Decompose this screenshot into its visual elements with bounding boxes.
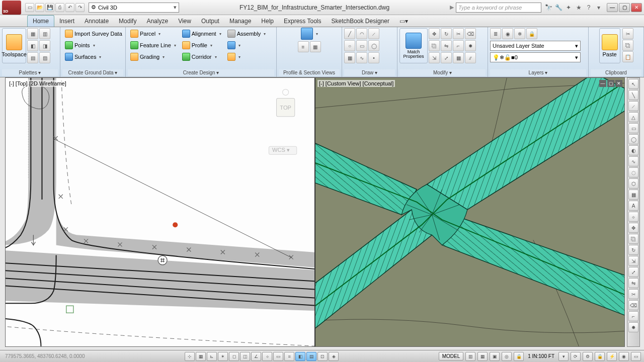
assembly-button[interactable]: Assembly — [225, 28, 269, 39]
ellipse-icon[interactable]: ◯ — [368, 40, 379, 51]
sample-lines-icon[interactable]: ≡ — [298, 41, 309, 52]
palette-icon[interactable]: ◧ — [27, 40, 38, 51]
paste-special-icon[interactable]: 📋 — [622, 51, 633, 62]
search-input[interactable]: Type a keyword or phrase — [456, 3, 541, 13]
hatch-icon[interactable]: ▦ — [344, 52, 355, 63]
tool-icon[interactable]: ✂ — [628, 289, 638, 299]
star-icon[interactable]: ★ — [575, 4, 583, 12]
tool-icon[interactable]: ⟋ — [628, 101, 638, 111]
tab-sketchbook[interactable]: SketchBook Designer — [327, 16, 394, 27]
clean-screen-icon[interactable]: ▭ — [631, 352, 641, 361]
tool-icon[interactable]: ↻ — [628, 245, 638, 255]
palette-icon[interactable]: ◨ — [39, 40, 50, 51]
anno-vis-icon[interactable]: ▾ — [558, 352, 569, 361]
snap-icon[interactable]: ⊹ — [185, 352, 195, 361]
new-icon[interactable]: ▭ — [25, 3, 34, 12]
osnap-icon[interactable]: ◻ — [229, 352, 239, 361]
layer-prop-icon[interactable]: ≣ — [490, 28, 501, 39]
section-view-icon[interactable]: ▦ — [310, 41, 321, 52]
annotation-scale[interactable]: 1 IN:100 FT — [526, 353, 556, 359]
tab-manage[interactable]: Manage — [224, 16, 256, 27]
trim-icon[interactable]: ✂ — [453, 28, 464, 39]
toolspace-button[interactable]: Toolspace — [2, 28, 26, 63]
palette-icon[interactable]: ▨ — [39, 52, 50, 63]
pipe-network-button[interactable] — [225, 40, 269, 51]
scale-icon[interactable]: ⤢ — [441, 52, 452, 63]
tool-icon[interactable]: ▭ — [628, 123, 638, 133]
tab-modify[interactable]: Modify — [114, 16, 141, 27]
model-space-button[interactable]: MODEL — [439, 352, 464, 360]
erase-icon[interactable]: ⌫ — [465, 28, 476, 39]
otrack-icon[interactable]: ∠ — [251, 352, 261, 361]
vp-close-icon[interactable]: ✕ — [615, 80, 622, 87]
help-icon[interactable]: ? — [585, 4, 593, 12]
corridor-button[interactable]: Corridor — [180, 51, 224, 62]
tab-home[interactable]: Home — [27, 15, 54, 27]
dropdown-icon[interactable]: ▾ — [595, 4, 603, 12]
toolbar-lock-icon[interactable]: 🔒 — [595, 352, 605, 361]
spline-icon[interactable]: ∿ — [356, 52, 367, 63]
layer-freeze-icon[interactable]: ❄ — [514, 28, 525, 39]
viewport-label[interactable]: [-] [Custom View] [Conceptual] — [317, 80, 395, 87]
viewport-3d[interactable]: [-] [Custom View] [Conceptual] — ▢ ✕ — [315, 78, 624, 346]
tool-icon[interactable]: ╲ — [628, 90, 638, 100]
3dosnap-icon[interactable]: ◫ — [240, 352, 250, 361]
layout-icon[interactable]: ▥ — [465, 352, 475, 361]
am-icon[interactable]: ◈ — [329, 352, 339, 361]
anno-auto-icon[interactable]: ⟳ — [571, 352, 581, 361]
binoculars-icon[interactable]: 🔭 — [544, 4, 552, 12]
grid-icon[interactable]: ▦ — [196, 352, 206, 361]
key-icon[interactable]: 🔧 — [554, 4, 562, 12]
points-button[interactable]: Points — [62, 40, 125, 51]
tab-insert[interactable]: Insert — [54, 16, 79, 27]
tab-express[interactable]: Express Tools — [279, 16, 326, 27]
rotate-icon[interactable]: ↻ — [441, 28, 452, 39]
tool-icon[interactable]: ↖ — [628, 79, 638, 89]
tab-help[interactable]: Help — [256, 16, 279, 27]
vp-maximize-icon[interactable]: ▢ — [607, 80, 614, 87]
save-icon[interactable]: 💾 — [45, 3, 54, 12]
point-icon[interactable]: • — [368, 52, 379, 63]
tool-icon[interactable]: △ — [628, 112, 638, 122]
dyn-icon[interactable]: ▭ — [273, 352, 283, 361]
alignment-button[interactable]: Alignment — [180, 28, 224, 39]
polar-icon[interactable]: ✶ — [218, 352, 228, 361]
exchange-icon[interactable]: ✦ — [565, 4, 573, 12]
tab-analyze[interactable]: Analyze — [141, 16, 173, 27]
lwt-icon[interactable]: ≡ — [284, 352, 294, 361]
maximize-vp-icon[interactable]: ▣ — [490, 352, 500, 361]
layer-state-combo[interactable]: Unsaved Layer State▾ — [490, 41, 581, 51]
workspace-switch-icon[interactable]: ⚙ — [583, 352, 593, 361]
maximize-button[interactable]: ▢ — [619, 3, 630, 12]
profile-button[interactable]: Profile — [180, 40, 224, 51]
scale-lock-icon[interactable]: 🔒 — [514, 352, 524, 361]
intersection-button[interactable] — [225, 51, 269, 62]
tool-icon[interactable]: ⇲ — [628, 256, 638, 266]
tool-icon[interactable]: A — [628, 201, 638, 211]
tool-icon[interactable]: ⿻ — [628, 234, 638, 244]
cut-icon[interactable]: ✂ — [622, 28, 633, 39]
layer-lock-icon[interactable]: 🔒 — [526, 28, 537, 39]
stretch-icon[interactable]: ⇲ — [429, 52, 440, 63]
viewport-label[interactable]: [-] [Top] [2D Wireframe] — [8, 80, 68, 87]
sc-icon[interactable]: ⊡ — [317, 352, 328, 361]
transparency-icon[interactable]: ◧ — [295, 352, 305, 361]
tool-icon[interactable]: ∿ — [628, 156, 638, 166]
palette-icon[interactable]: ▥ — [39, 28, 50, 39]
copy-clip-icon[interactable]: ⿻ — [622, 40, 633, 51]
grading-button[interactable]: Grading — [128, 51, 179, 62]
layer-current-combo[interactable]: 💡❄🔓■ 0▾ — [490, 52, 581, 62]
parcel-button[interactable]: Parcel — [128, 28, 179, 39]
layer-off-icon[interactable]: ◉ — [502, 28, 513, 39]
rect-icon[interactable]: ▭ — [356, 40, 367, 51]
mirror-icon[interactable]: ⇋ — [441, 40, 452, 51]
hardware-accel-icon[interactable]: ⚡ — [607, 352, 617, 361]
copy-icon[interactable]: ⿻ — [429, 40, 440, 51]
ducs-icon[interactable]: ⟐ — [262, 352, 272, 361]
tool-icon[interactable]: ⇋ — [628, 278, 638, 288]
tool-icon[interactable]: ⤢ — [628, 267, 638, 277]
palette-icon[interactable]: ▤ — [27, 52, 38, 63]
tool-icon[interactable]: ▦ — [628, 190, 638, 200]
tool-icon[interactable]: ✥ — [628, 223, 638, 233]
surfaces-button[interactable]: Surfaces — [62, 51, 125, 62]
